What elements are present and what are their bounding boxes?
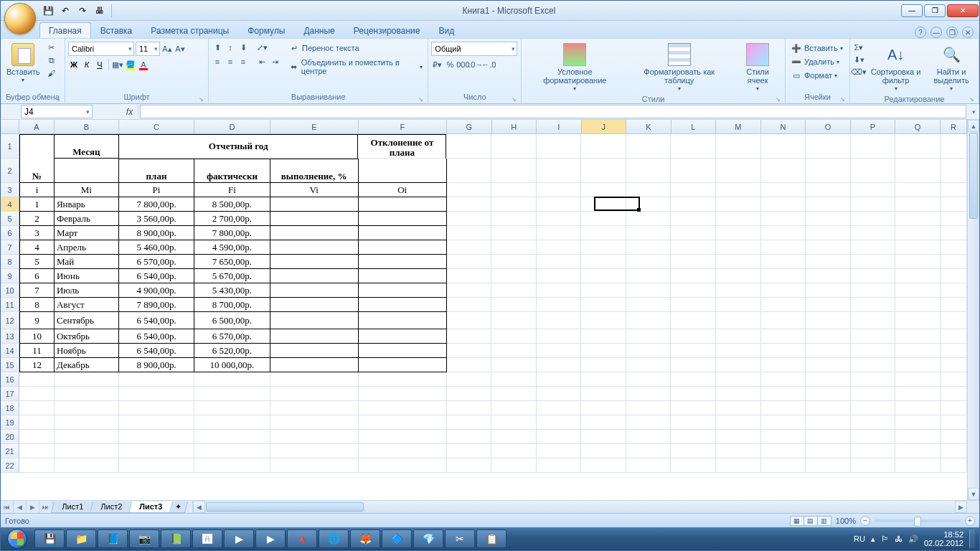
cell-A6[interactable]: 3: [19, 226, 55, 240]
cell-E5[interactable]: [270, 212, 359, 226]
worksheet-grid[interactable]: №МесяцОтчетный годОтклонение от планапла…: [19, 134, 967, 500]
cell-A2[interactable]: [19, 159, 55, 183]
cell-I22[interactable]: [537, 458, 582, 473]
row-header-17[interactable]: 17: [1, 387, 19, 401]
cell-R17[interactable]: [941, 387, 967, 401]
column-header-E[interactable]: E: [270, 120, 359, 134]
format-painter-button[interactable]: 🖌: [46, 67, 57, 79]
cell-N1[interactable]: [761, 134, 806, 159]
cell-J2[interactable]: [581, 159, 626, 183]
column-header-M[interactable]: M: [716, 120, 761, 134]
cell-L2[interactable]: [671, 159, 716, 183]
cell-K6[interactable]: [626, 226, 672, 240]
cell-J5[interactable]: [581, 212, 626, 226]
start-button[interactable]: [1, 527, 34, 550]
cell-G4[interactable]: [447, 197, 492, 212]
cell-R21[interactable]: [941, 444, 967, 458]
number-format-combo[interactable]: Общий: [431, 42, 517, 56]
cell-D13[interactable]: 6 570,00р.: [194, 329, 270, 344]
formula-bar[interactable]: [140, 105, 966, 118]
cell-N12[interactable]: [761, 312, 806, 329]
scroll-right-button[interactable]: ▶: [955, 501, 967, 513]
clear-button[interactable]: ⌫▾: [853, 66, 864, 77]
column-header-P[interactable]: P: [851, 120, 896, 134]
grow-font-button[interactable]: A▴: [161, 43, 173, 55]
merge-center-button[interactable]: ⬌Объединить и поместить в центре▾: [286, 57, 425, 76]
cell-G21[interactable]: [447, 444, 492, 458]
cell-L8[interactable]: [671, 255, 716, 269]
cell-B22[interactable]: [55, 458, 119, 473]
cell-O18[interactable]: [806, 401, 851, 415]
cell-Q1[interactable]: [895, 134, 941, 159]
find-select-button[interactable]: 🔍Найти и выделить▾: [927, 42, 976, 95]
align-bottom-button[interactable]: ⬇: [237, 42, 249, 53]
cell-I14[interactable]: [537, 344, 582, 358]
cell-N14[interactable]: [761, 344, 806, 358]
cell-Q13[interactable]: [895, 329, 941, 344]
scroll-up-button[interactable]: ▲: [968, 120, 979, 132]
column-header-K[interactable]: K: [626, 120, 672, 134]
cell-Q12[interactable]: [895, 312, 941, 329]
tray-volume-icon[interactable]: 🔊: [908, 534, 918, 544]
cell-B5[interactable]: Февраль: [55, 212, 119, 226]
cell-Q18[interactable]: [895, 401, 941, 415]
taskbar-item-11[interactable]: 🔷: [382, 529, 412, 548]
cell-K17[interactable]: [626, 387, 672, 401]
cell-H6[interactable]: [491, 226, 537, 240]
cell-K1[interactable]: [626, 134, 672, 159]
cell-C2[interactable]: план: [119, 159, 194, 183]
cell-P10[interactable]: [851, 283, 896, 298]
cell-P17[interactable]: [851, 387, 896, 401]
row-header-2[interactable]: 2: [1, 159, 19, 183]
cell-H18[interactable]: [491, 401, 537, 415]
cell-A16[interactable]: [19, 372, 55, 387]
cell-D22[interactable]: [194, 458, 270, 473]
cell-P14[interactable]: [851, 344, 896, 358]
sheet-tab-Лист2[interactable]: Лист2: [90, 501, 133, 513]
qat-save-button[interactable]: 💾: [41, 4, 55, 18]
cell-P15[interactable]: [851, 358, 896, 372]
cell-I20[interactable]: [537, 430, 582, 444]
bold-button[interactable]: Ж: [68, 59, 80, 70]
cell-M18[interactable]: [716, 401, 761, 415]
cell-K14[interactable]: [626, 344, 672, 358]
cell-R19[interactable]: [941, 415, 967, 430]
align-center-button[interactable]: ≡: [225, 56, 236, 67]
cell-Q15[interactable]: [895, 358, 941, 372]
cell-C9[interactable]: 6 540,00р.: [119, 269, 194, 283]
cell-K13[interactable]: [626, 329, 672, 344]
cell-R20[interactable]: [941, 430, 967, 444]
fx-icon[interactable]: fx: [121, 104, 138, 119]
cut-button[interactable]: ✂: [46, 42, 57, 53]
cell-D11[interactable]: 8 700,00р.: [194, 298, 270, 312]
column-header-A[interactable]: A: [19, 120, 55, 134]
cell-B21[interactable]: [55, 444, 119, 458]
column-header-N[interactable]: N: [761, 120, 806, 134]
cell-I6[interactable]: [537, 226, 582, 240]
cell-O5[interactable]: [806, 212, 851, 226]
cell-O13[interactable]: [806, 329, 851, 344]
cell-E17[interactable]: [270, 387, 359, 401]
cell-A21[interactable]: [19, 444, 55, 458]
cell-N19[interactable]: [761, 415, 806, 430]
cell-I1[interactable]: [537, 134, 582, 159]
cell-B8[interactable]: Май: [55, 255, 119, 269]
cell-C20[interactable]: [119, 430, 194, 444]
cell-O15[interactable]: [806, 358, 851, 372]
cell-F2[interactable]: [359, 159, 447, 183]
cell-I17[interactable]: [537, 387, 582, 401]
cell-D10[interactable]: 5 430,00р.: [194, 283, 270, 298]
cell-E8[interactable]: [270, 255, 359, 269]
cell-P6[interactable]: [851, 226, 896, 240]
cell-G2[interactable]: [447, 159, 492, 183]
cell-J4[interactable]: [581, 197, 626, 212]
cell-P9[interactable]: [851, 269, 896, 283]
cell-I21[interactable]: [537, 444, 582, 458]
cell-D8[interactable]: 7 650,00р.: [194, 255, 270, 269]
cell-H20[interactable]: [491, 430, 537, 444]
cell-A14[interactable]: 11: [19, 344, 55, 358]
sheet-tab-Лист1[interactable]: Лист1: [51, 501, 94, 513]
cell-E15[interactable]: [270, 358, 359, 372]
cell-L11[interactable]: [671, 298, 716, 312]
cell-L1[interactable]: [671, 134, 716, 159]
